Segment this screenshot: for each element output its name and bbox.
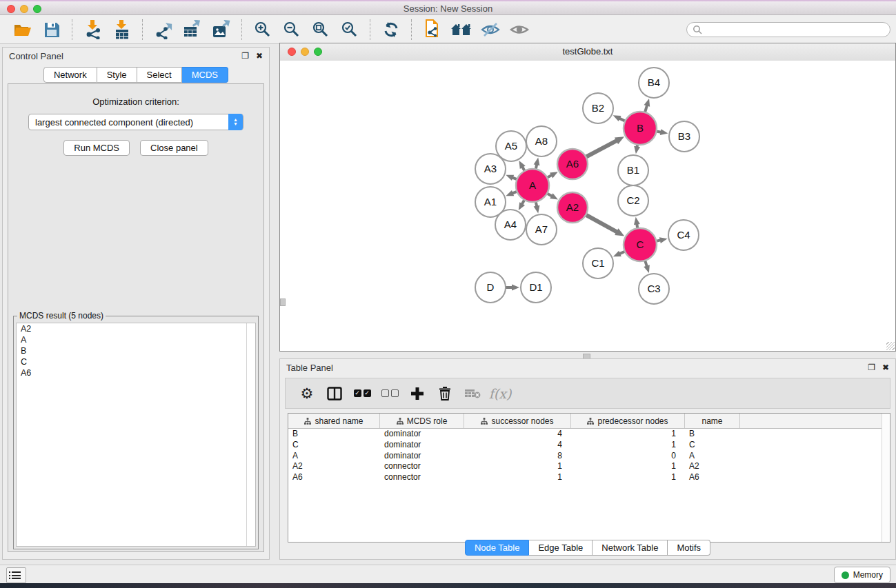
- table-cell[interactable]: B: [288, 429, 380, 440]
- tab-edge-table[interactable]: Edge Table: [529, 540, 593, 556]
- float-table-panel-icon[interactable]: ❐: [868, 363, 875, 372]
- column-header-name[interactable]: name: [685, 414, 740, 428]
- close-panel-icon[interactable]: ✖: [256, 51, 263, 61]
- open-session-icon[interactable]: [11, 19, 34, 41]
- mcds-result-list[interactable]: A2ABCA6: [16, 323, 256, 547]
- table-cell[interactable]: A2: [685, 461, 740, 472]
- network-window-titlebar[interactable]: testGlobe.txt: [280, 43, 895, 61]
- column-header-MCDS-role[interactable]: MCDS role: [380, 414, 464, 428]
- split-panel-icon[interactable]: [326, 385, 344, 403]
- tab-network-table[interactable]: Network Table: [593, 540, 668, 556]
- table-row[interactable]: Bdominator41B: [288, 429, 890, 440]
- table-scrollbar[interactable]: [882, 414, 890, 542]
- result-scrollbar[interactable]: [246, 323, 255, 546]
- node-label-A2: A2: [566, 201, 579, 213]
- arrowhead-icon: [506, 190, 514, 196]
- table-cell[interactable]: dominator: [380, 451, 464, 462]
- table-row[interactable]: A6connector11A6: [288, 472, 890, 483]
- close-table-panel-icon[interactable]: ✖: [882, 363, 889, 372]
- zoom-selected-icon[interactable]: [338, 19, 361, 41]
- control-panel-title: Control Panel: [9, 51, 63, 61]
- node-table[interactable]: shared nameMCDS rolesuccessor nodesprede…: [288, 413, 890, 543]
- table-cell[interactable]: 1: [571, 429, 685, 440]
- new-network-from-file-icon[interactable]: [421, 19, 444, 41]
- table-cell[interactable]: dominator: [380, 440, 464, 451]
- tab-select[interactable]: Select: [137, 67, 182, 83]
- tab-node-table[interactable]: Node Table: [465, 540, 530, 556]
- table-cell[interactable]: C: [288, 440, 380, 451]
- show-all-eye-icon[interactable]: [508, 19, 531, 41]
- hide-unselected-eye-icon[interactable]: [479, 19, 502, 41]
- export-table-icon[interactable]: [181, 19, 204, 41]
- tab-mcds[interactable]: MCDS: [182, 67, 228, 83]
- network-canvas[interactable]: B4B2BB3A5A8A6B1A3AC2A1A2A4A7CC4C1C3DD1: [280, 61, 895, 351]
- function-builder-icon[interactable]: f(x): [491, 385, 509, 403]
- column-header-successor-nodes[interactable]: successor nodes: [464, 414, 571, 428]
- delete-table-icon[interactable]: [464, 385, 481, 403]
- column-header-shared-name[interactable]: shared name: [288, 414, 380, 428]
- table-cell[interactable]: A2: [288, 461, 380, 472]
- save-session-icon[interactable]: [40, 19, 63, 41]
- table-cell[interactable]: 1: [464, 472, 571, 483]
- import-table-icon[interactable]: [110, 19, 134, 41]
- select-all-columns-icon[interactable]: ✓✓: [353, 385, 371, 403]
- result-item[interactable]: A6: [17, 367, 255, 378]
- table-row[interactable]: A2connector11A2: [288, 461, 890, 472]
- tab-network[interactable]: Network: [43, 67, 97, 83]
- delete-columns-trash-icon[interactable]: [436, 385, 454, 403]
- table-cell[interactable]: C: [685, 440, 740, 451]
- result-item[interactable]: A: [17, 334, 255, 345]
- result-item[interactable]: B: [17, 345, 255, 356]
- table-mode-gear-icon[interactable]: ⚙: [298, 385, 316, 403]
- tab-motifs[interactable]: Motifs: [668, 540, 710, 556]
- table-panel-title: Table Panel: [286, 363, 333, 373]
- tab-style[interactable]: Style: [97, 67, 137, 83]
- table-tabs: Node TableEdge TableNetwork TableMotifs: [280, 540, 895, 556]
- export-image-icon[interactable]: [210, 19, 233, 41]
- network-graph[interactable]: B4B2BB3A5A8A6B1A3AC2A1A2A4A7CC4C1C3DD1: [280, 61, 895, 351]
- table-cell[interactable]: 4: [464, 429, 571, 440]
- window-resize-grip[interactable]: [886, 342, 895, 350]
- table-cell[interactable]: 1: [571, 440, 685, 451]
- canvas-left-scrollbar-thumb[interactable]: [280, 298, 286, 306]
- zoom-fit-icon[interactable]: [309, 19, 332, 41]
- export-network-icon[interactable]: [152, 19, 175, 41]
- memory-button[interactable]: Memory: [834, 567, 890, 583]
- float-panel-icon[interactable]: ❐: [241, 51, 249, 61]
- table-cell[interactable]: 8: [464, 451, 571, 462]
- node-label-A1: A1: [484, 196, 497, 207]
- arrowhead-icon: [634, 217, 640, 225]
- table-row[interactable]: Cdominator41C: [288, 440, 890, 451]
- table-cell[interactable]: 0: [571, 451, 685, 462]
- table-cell[interactable]: B: [685, 429, 740, 440]
- column-header-predecessor-nodes[interactable]: predecessor nodes: [571, 414, 685, 428]
- table-cell[interactable]: 4: [464, 440, 571, 451]
- table-cell[interactable]: 1: [571, 472, 685, 483]
- table-cell[interactable]: connector: [380, 472, 464, 483]
- table-row[interactable]: Adominator80A: [288, 451, 890, 462]
- table-cell[interactable]: A: [685, 451, 740, 462]
- unselect-all-columns-icon[interactable]: [381, 385, 399, 403]
- result-item[interactable]: A2: [17, 323, 255, 334]
- run-mcds-button[interactable]: Run MCDS: [63, 140, 130, 156]
- add-column-icon[interactable]: [408, 385, 426, 403]
- search-input[interactable]: [706, 24, 884, 35]
- close-panel-button[interactable]: Close panel: [140, 140, 208, 156]
- table-cell[interactable]: A: [288, 451, 380, 462]
- zoom-in-icon[interactable]: [251, 19, 275, 41]
- table-cell[interactable]: 1: [571, 461, 685, 472]
- task-history-button[interactable]: [6, 567, 26, 583]
- table-cell[interactable]: A6: [288, 472, 380, 483]
- table-cell[interactable]: A6: [685, 472, 740, 483]
- refresh-layout-icon[interactable]: [379, 19, 403, 41]
- table-cell[interactable]: connector: [380, 461, 464, 472]
- result-item[interactable]: C: [17, 356, 255, 367]
- table-cell[interactable]: dominator: [380, 429, 464, 440]
- global-search-box[interactable]: [686, 22, 890, 37]
- dropdown-stepper-icon: ▲▼: [228, 114, 243, 130]
- import-network-icon[interactable]: [81, 19, 105, 41]
- criterion-dropdown[interactable]: largest connected component (directed) ▲…: [28, 114, 243, 130]
- zoom-out-icon[interactable]: [280, 19, 303, 41]
- home-view-icon[interactable]: [450, 19, 473, 41]
- table-cell[interactable]: 1: [464, 461, 571, 472]
